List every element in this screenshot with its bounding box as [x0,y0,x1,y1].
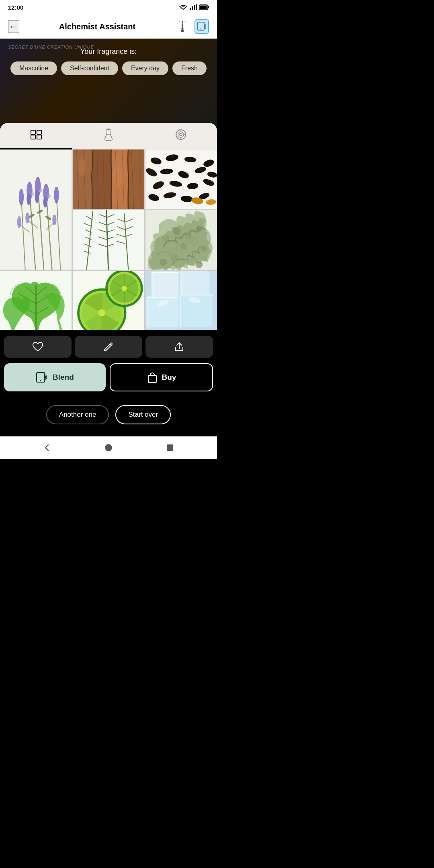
svg-point-0 [183,9,184,10]
svg-point-126 [173,227,181,235]
rosemary-cell [73,210,144,270]
svg-point-55 [39,189,42,192]
tab-target[interactable] [145,123,217,149]
tonka-cell [145,149,217,209]
svg-line-12 [179,21,180,22]
svg-point-73 [78,159,86,177]
svg-rect-62 [93,149,111,209]
sandalwood-image [73,149,144,209]
favorite-button[interactable] [4,336,72,358]
share-button[interactable] [145,336,213,358]
lime-image [73,271,144,330]
svg-rect-19 [37,135,41,139]
tag-masculine: Masculine [10,61,57,75]
svg-rect-6 [200,6,207,9]
svg-point-24 [180,133,182,136]
svg-point-127 [184,232,192,239]
svg-rect-29 [0,149,72,270]
tab-bar [0,123,217,149]
svg-point-136 [196,261,203,268]
svg-point-50 [54,188,58,201]
system-nav [0,436,217,459]
svg-point-48 [19,190,23,203]
blend-label: Blend [53,373,74,382]
sandalwood-cell [73,149,144,209]
another-one-button[interactable]: Another one [46,405,109,424]
back-button[interactable]: ← [8,20,19,33]
svg-rect-4 [196,4,197,10]
tag-fresh: Fresh [172,61,207,75]
svg-rect-156 [151,271,178,296]
wand-icon-button[interactable] [175,19,190,34]
ingredient-grid [0,149,217,330]
svg-point-175 [40,380,41,381]
svg-rect-160 [146,296,178,327]
svg-point-11 [182,23,183,24]
rosemary-image [73,210,144,270]
signal-icon [190,4,197,10]
svg-point-130 [180,243,187,250]
svg-point-15 [201,29,202,30]
fragrance-tags: Masculine Self-confident Every day Fresh [2,61,215,75]
buy-button[interactable]: Buy [110,363,213,391]
svg-line-13 [185,21,186,22]
target-tab-icon [175,129,186,143]
bottom-options: Another one Start over [0,397,217,436]
main-card [0,123,217,330]
oakmoss-cell [145,210,217,270]
svg-point-52 [25,213,29,223]
svg-rect-2 [192,6,193,10]
svg-rect-17 [31,135,35,139]
svg-point-40 [27,193,31,205]
svg-rect-16 [31,130,35,134]
oakmoss-image [145,210,217,270]
svg-point-131 [190,238,199,246]
status-bar: 12:00 [0,0,217,14]
page-title: Alchemist Assistant [59,22,135,31]
tablet-sound-icon-button[interactable] [194,19,209,34]
tab-flask[interactable] [72,123,145,149]
svg-rect-178 [167,444,173,451]
svg-point-132 [201,246,207,252]
back-nav-button[interactable] [41,442,53,454]
home-nav-button[interactable] [102,442,115,454]
svg-rect-7 [208,6,209,8]
tab-grid[interactable] [0,123,72,149]
svg-point-125 [162,234,169,242]
geranium-cell [0,271,72,330]
svg-point-135 [185,257,191,263]
svg-rect-10 [181,30,184,32]
svg-rect-21 [106,129,111,130]
svg-rect-64 [129,149,144,209]
nav-actions [175,19,209,34]
svg-point-9 [181,28,184,30]
svg-point-149 [98,309,105,317]
tonka-image [145,149,217,209]
recent-nav-button[interactable] [164,442,176,454]
ice-cell [145,271,217,330]
svg-point-129 [166,247,174,255]
svg-point-128 [196,225,203,232]
geranium-image [0,271,72,330]
svg-rect-3 [194,5,195,10]
svg-point-134 [170,254,178,262]
svg-point-54 [31,192,34,196]
edit-button[interactable] [75,336,142,358]
svg-rect-176 [148,375,156,383]
svg-point-23 [178,132,184,137]
svg-point-133 [160,259,167,266]
svg-point-22 [176,130,186,139]
svg-point-43 [35,190,39,203]
status-time: 12:00 [8,4,23,11]
status-icons [179,4,209,10]
tag-self-confident: Self-confident [61,61,118,75]
svg-rect-158 [180,271,209,294]
tag-every-day: Every day [122,61,168,75]
grid-tab-icon [31,130,42,142]
lavender-cell [0,149,72,270]
svg-rect-18 [37,130,41,134]
battery-icon [199,4,209,10]
svg-rect-61 [73,149,92,209]
start-over-button[interactable]: Start over [115,405,171,424]
blend-button[interactable]: Blend [4,363,106,391]
